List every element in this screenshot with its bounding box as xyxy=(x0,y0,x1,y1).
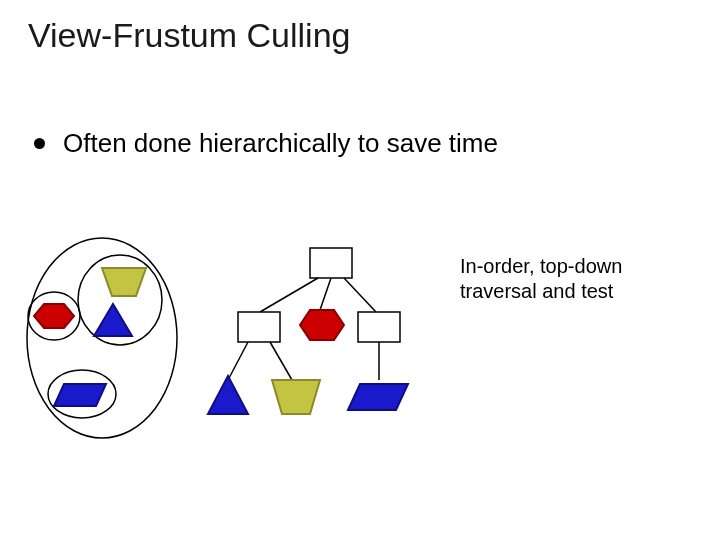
tree-triangle-icon xyxy=(208,376,248,414)
slide: View-Frustum Culling Often done hierarch… xyxy=(0,0,720,540)
tree-hexagon-icon xyxy=(300,310,344,340)
hexagon-icon xyxy=(34,304,74,328)
triangle-icon xyxy=(94,304,132,336)
traversal-caption: In-order, top-down traversal and test xyxy=(460,254,622,304)
bullet-text: Often done hierarchically to save time xyxy=(63,128,498,159)
tree-edge xyxy=(260,278,318,312)
tree-left-box xyxy=(238,312,280,342)
parallelogram-icon xyxy=(54,384,106,406)
trapezoid-icon xyxy=(102,268,146,296)
caption-line-2: traversal and test xyxy=(460,280,613,302)
tree-edge xyxy=(270,342,292,380)
caption-line-1: In-order, top-down xyxy=(460,255,622,277)
tree-right-box xyxy=(358,312,400,342)
tree-root-box xyxy=(310,248,352,278)
tree-trapezoid-icon xyxy=(272,380,320,414)
page-title: View-Frustum Culling xyxy=(28,16,350,55)
tree-edge xyxy=(228,342,248,380)
diagram-svg xyxy=(20,230,450,470)
tree-parallelogram-icon xyxy=(348,384,408,410)
tree-edge xyxy=(320,278,331,310)
tree-edge xyxy=(344,278,376,312)
bullet-dot-icon xyxy=(34,138,45,149)
bullet-item: Often done hierarchically to save time xyxy=(34,128,498,159)
